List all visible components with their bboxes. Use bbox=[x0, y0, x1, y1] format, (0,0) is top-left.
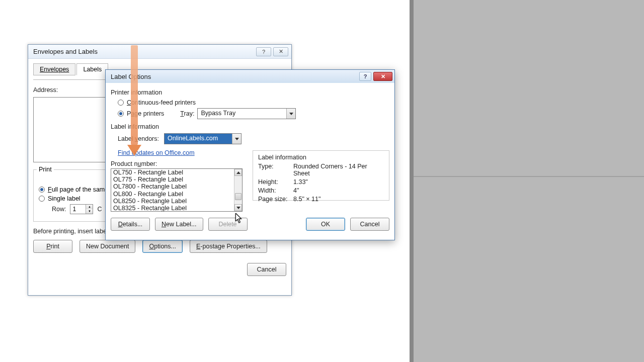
row-spinner[interactable]: ▲ ▼ bbox=[70, 204, 93, 214]
dialog-title: Envelopes and Labels bbox=[33, 48, 98, 55]
radio-single-label[interactable] bbox=[39, 196, 45, 202]
list-item[interactable]: OL8250 - Rectangle Label bbox=[111, 198, 234, 205]
new-document-button[interactable]: New Document bbox=[79, 240, 135, 253]
vendors-combo[interactable]: OnlineLabels.com bbox=[164, 133, 242, 144]
list-item[interactable]: OL800 - Rectangle Label bbox=[111, 191, 234, 198]
help-button[interactable]: ? bbox=[256, 47, 271, 56]
scroll-up-button[interactable] bbox=[234, 169, 242, 176]
find-updates-link[interactable]: Find updates on Office.com bbox=[118, 149, 195, 156]
cancel-button[interactable]: Cancel bbox=[247, 263, 286, 276]
vendors-label: Label vendors: bbox=[118, 135, 159, 142]
help-button[interactable]: ? bbox=[359, 72, 371, 81]
dialog2-title: Label Options bbox=[111, 73, 151, 80]
width-val: 4" bbox=[293, 187, 384, 194]
list-item[interactable]: OL7800 - Rectangle Label bbox=[111, 183, 234, 190]
row-label: Row: bbox=[52, 206, 66, 213]
tray-value: Bypass Tray bbox=[198, 109, 286, 119]
type-key: Type: bbox=[258, 163, 293, 177]
new-label-button[interactable]: New Label... bbox=[155, 218, 203, 231]
dialog2-titlebar: Label Options ? ✕ bbox=[106, 70, 394, 83]
width-key: Width: bbox=[258, 187, 293, 194]
page-val: 8.5" × 11" bbox=[293, 196, 384, 203]
height-val: 1.33" bbox=[293, 178, 384, 186]
delete-button[interactable]: Delete bbox=[208, 218, 248, 231]
chevron-down-icon[interactable] bbox=[286, 109, 295, 119]
tray-label: Tray: bbox=[180, 110, 194, 117]
chevron-down-icon[interactable] bbox=[232, 134, 241, 144]
label-info-panel: Label information Type: Rounded Corners … bbox=[253, 150, 389, 201]
row-input[interactable] bbox=[70, 206, 86, 213]
details-button[interactable]: Details... bbox=[111, 218, 150, 231]
list-item[interactable]: OL775 - Rectangle Label bbox=[111, 176, 234, 183]
spin-up[interactable]: ▲ bbox=[86, 205, 93, 209]
tab-labels[interactable]: Labels bbox=[76, 63, 108, 75]
radio-full-page[interactable] bbox=[39, 187, 45, 193]
app-divider bbox=[410, 0, 414, 362]
tray-combo[interactable]: Bypass Tray bbox=[197, 108, 296, 119]
listbox-scrollbar[interactable] bbox=[234, 169, 242, 211]
print-legend: Print bbox=[37, 166, 54, 173]
vendors-value: OnlineLabels.com bbox=[165, 134, 232, 144]
product-listbox[interactable]: OL750 - Rectangle Label OL775 - Rectangl… bbox=[111, 168, 243, 212]
cancel-button[interactable]: Cancel bbox=[350, 218, 389, 231]
product-number-label: Product number: bbox=[111, 160, 243, 167]
epostage-button[interactable]: E-postage Properties... bbox=[190, 240, 267, 253]
list-item[interactable]: OL8325 - Rectangle Label bbox=[111, 205, 234, 211]
label-info-title: Label information bbox=[258, 154, 384, 161]
options-button[interactable]: Options... bbox=[142, 240, 183, 253]
scroll-down-button[interactable] bbox=[234, 204, 242, 211]
label-info-heading: Label information bbox=[111, 123, 389, 130]
tab-envelopes[interactable]: Envelopes bbox=[33, 63, 75, 75]
type-val: Rounded Corners - 14 Per Sheet bbox=[293, 163, 384, 177]
radio-page-printers[interactable] bbox=[118, 111, 124, 117]
col-label-fragment: C bbox=[97, 206, 102, 213]
address-label: Address: bbox=[33, 86, 58, 94]
dialog-titlebar: Envelopes and Labels ? ✕ bbox=[28, 45, 291, 59]
radio-continuous-feed[interactable] bbox=[118, 100, 124, 106]
app-backdrop bbox=[414, 0, 644, 362]
close-button[interactable]: ✕ bbox=[273, 47, 288, 56]
spin-down[interactable]: ▼ bbox=[86, 209, 93, 214]
label-options-dialog: Label Options ? ✕ Printer information Co… bbox=[105, 69, 395, 240]
page-key: Page size: bbox=[258, 196, 293, 203]
close-button[interactable]: ✕ bbox=[373, 72, 392, 81]
radio-single-label-text: Single label bbox=[48, 195, 80, 202]
list-item[interactable]: OL750 - Rectangle Label bbox=[111, 169, 234, 176]
radio-page-printers-label: Page printers bbox=[127, 110, 164, 117]
print-button[interactable]: Print bbox=[33, 240, 72, 253]
radio-continuous-label: Continuous-feed printers bbox=[127, 99, 196, 106]
scroll-thumb[interactable] bbox=[235, 193, 242, 200]
height-key: Height: bbox=[258, 178, 293, 186]
printer-info-heading: Printer information bbox=[111, 89, 389, 96]
product-list-items[interactable]: OL750 - Rectangle Label OL775 - Rectangl… bbox=[111, 169, 234, 211]
ok-button[interactable]: OK bbox=[306, 218, 345, 231]
